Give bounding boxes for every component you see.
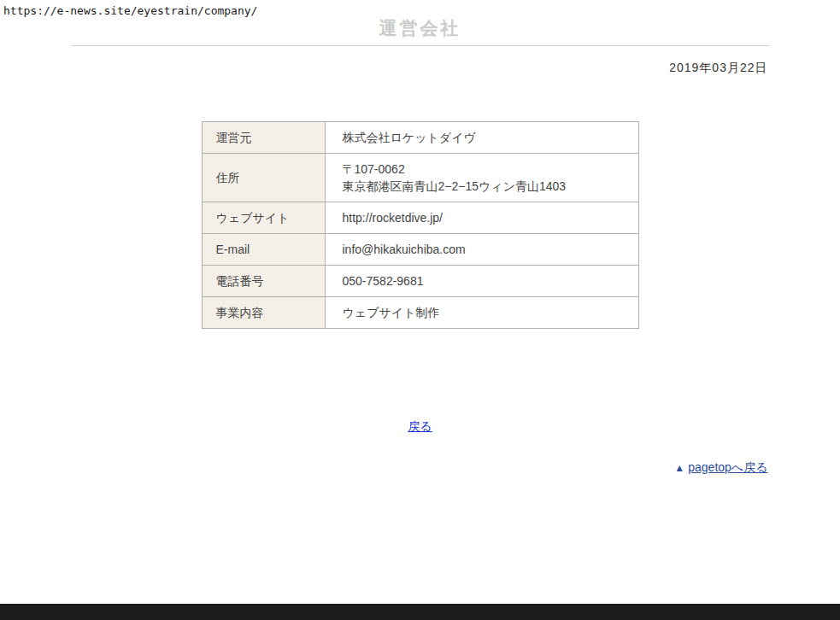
row-label: 住所 bbox=[202, 154, 325, 202]
company-page: { "page": { "url_text": "https://e-news.… bbox=[0, 0, 840, 620]
up-triangle-icon: ▲ bbox=[674, 459, 684, 477]
back-link-wrap: 戻る bbox=[71, 418, 770, 435]
pagetop-link-wrap: ▲pagetopへ戻る bbox=[71, 459, 770, 477]
row-label: 運営元 bbox=[202, 122, 325, 154]
date-text: 2019年03月22日 bbox=[71, 61, 770, 75]
row-label: 電話番号 bbox=[202, 266, 325, 297]
table-row: 事業内容ウェブサイト制作 bbox=[202, 297, 638, 329]
back-link[interactable]: 戻る bbox=[408, 419, 432, 433]
pagetop-link[interactable]: ▲pagetopへ戻る bbox=[674, 460, 767, 474]
company-info-table: 運営元株式会社ロケットダイヴ住所〒107-0062 東京都港区南青山2−2−15… bbox=[202, 121, 639, 329]
row-value: 〒107-0062 東京都港区南青山2−2−15ウィン青山1403 bbox=[325, 154, 638, 202]
table-row: E-mailinfo@hikakuichiba.com bbox=[202, 234, 638, 266]
page-url-text: https://e-news.site/eyestrain/company/ bbox=[3, 4, 257, 17]
row-value: http://rocketdive.jp/ bbox=[325, 202, 638, 234]
row-value: 株式会社ロケットダイヴ bbox=[325, 122, 638, 154]
pagetop-label: pagetopへ戻る bbox=[688, 460, 767, 474]
title-divider bbox=[71, 45, 770, 46]
row-value: info@hikakuichiba.com bbox=[325, 234, 638, 266]
table-row: 電話番号050-7582-9681 bbox=[202, 266, 638, 297]
page-title: 運営会社 bbox=[71, 19, 770, 38]
table-row: 住所〒107-0062 東京都港区南青山2−2−15ウィン青山1403 bbox=[202, 154, 638, 202]
row-value: 050-7582-9681 bbox=[325, 266, 638, 297]
row-label: E-mail bbox=[202, 234, 325, 266]
row-label: ウェブサイト bbox=[202, 202, 325, 234]
table-row: ウェブサイトhttp://rocketdive.jp/ bbox=[202, 202, 638, 234]
footer-bar bbox=[0, 604, 840, 620]
content-container: 運営会社 2019年03月22日 運営元株式会社ロケットダイヴ住所〒107-00… bbox=[71, 0, 770, 477]
company-table-body: 運営元株式会社ロケットダイヴ住所〒107-0062 東京都港区南青山2−2−15… bbox=[202, 122, 638, 329]
row-value: ウェブサイト制作 bbox=[325, 297, 638, 329]
row-label: 事業内容 bbox=[202, 297, 325, 329]
table-row: 運営元株式会社ロケットダイヴ bbox=[202, 122, 638, 154]
